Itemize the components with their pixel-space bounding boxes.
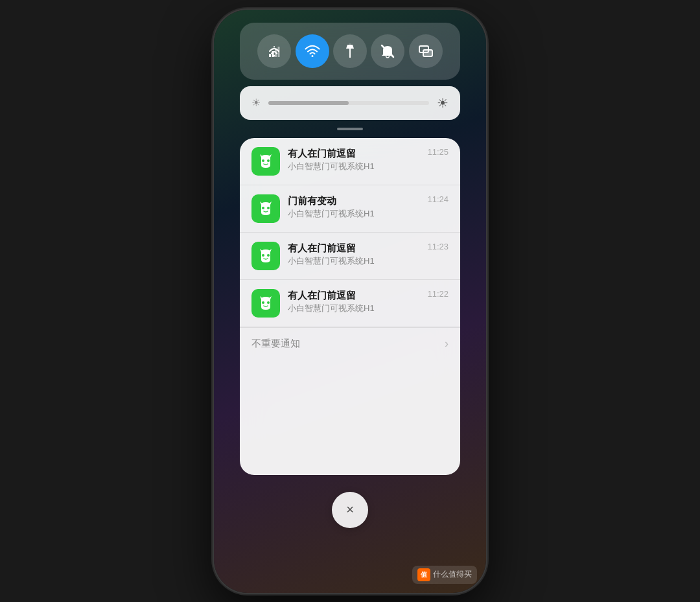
control-center: ☀ ☀ [214,10,486,593]
not-important-label: 不重要通知 [251,338,300,350]
mihome-logo [257,294,275,312]
notification-item[interactable]: 有人在门前逗留 小白智慧门可视系统H1 11:23 [240,233,460,280]
notification-content: 有人在门前逗留 小白智慧门可视系统H1 [288,147,419,173]
svg-point-16 [267,207,270,209]
svg-point-6 [311,55,313,57]
svg-point-21 [262,301,264,304]
network-icon [266,43,282,59]
wifi-icon [305,43,320,59]
svg-point-22 [267,301,270,304]
notification-time: 11:22 [427,289,449,299]
notification-item[interactable]: 门前有变动 小白智慧门可视系统H1 11:24 [240,185,460,233]
watermark: 值 什么值得买 [412,566,477,584]
notification-time: 11:23 [427,242,449,251]
phone-frame: ☀ ☀ [214,10,486,593]
notification-subtitle: 小白智慧门可视系统H1 [288,161,419,172]
brightness-max-icon: ☀ [437,95,449,111]
brightness-min-icon: ☀ [251,97,261,109]
notification-content: 有人在门前逗留 小白智慧门可视系统H1 [288,242,419,268]
brightness-slider[interactable] [268,101,429,105]
toggle-network[interactable] [257,34,291,68]
notification-time: 11:24 [427,194,449,204]
brightness-fill [268,101,349,105]
svg-rect-4 [275,49,277,57]
svg-point-13 [267,159,270,162]
notification-item[interactable]: 有人在门前逗留 小白智慧门可视系统H1 11:22 [240,280,460,327]
svg-point-18 [262,254,264,257]
phone-screen: ☀ ☀ [214,10,486,593]
notification-subtitle: 小白智慧门可视系统H1 [288,255,419,267]
notification-title: 有人在门前逗留 [288,147,419,160]
mihome-logo [257,152,275,170]
brightness-panel[interactable]: ☀ ☀ [240,86,460,120]
notification-title: 有人在门前逗留 [288,289,419,302]
toggle-wifi[interactable] [296,34,329,68]
close-button[interactable]: × [332,492,368,528]
svg-rect-10 [423,50,432,56]
app-icon-mihome [251,194,280,223]
toggles-panel [240,23,460,80]
notifications-panel: 有人在门前逗留 小白智慧门可视系统H1 11:25 [240,138,460,475]
toggle-silent[interactable] [371,34,404,68]
svg-point-15 [262,207,264,209]
notification-title: 有人在门前逗留 [288,242,419,255]
app-icon-mihome [251,147,280,176]
notification-content: 门前有变动 小白智慧门可视系统H1 [288,194,419,220]
mihome-logo [257,200,275,218]
notification-item[interactable]: 有人在门前逗留 小白智慧门可视系统H1 11:25 [240,138,460,185]
silent-icon [380,43,395,59]
toggle-flashlight[interactable] [333,34,367,68]
app-icon-mihome [251,242,280,270]
svg-rect-3 [272,51,274,57]
watermark-icon: 值 [417,568,430,581]
svg-point-12 [262,159,264,162]
notification-title: 门前有变动 [288,194,419,207]
svg-rect-5 [278,47,280,57]
watermark-text: 什么值得买 [433,569,472,580]
chevron-right-icon: › [445,337,449,351]
svg-point-19 [267,254,270,257]
notification-content: 有人在门前逗留 小白智慧门可视系统H1 [288,289,419,315]
notification-time: 11:25 [427,147,449,157]
screen-mirror-icon [418,43,434,59]
notification-subtitle: 小白智慧门可视系统H1 [288,303,419,314]
notification-subtitle: 小白智慧门可视系统H1 [288,208,419,220]
app-icon-mihome [251,289,280,318]
toggle-screen-mirror[interactable] [409,34,443,68]
drag-indicator [337,128,363,130]
svg-rect-2 [269,54,271,57]
close-icon: × [346,502,354,517]
not-important-section[interactable]: 不重要通知 › [240,327,460,360]
flashlight-icon [342,43,358,59]
mihome-logo [257,247,275,265]
